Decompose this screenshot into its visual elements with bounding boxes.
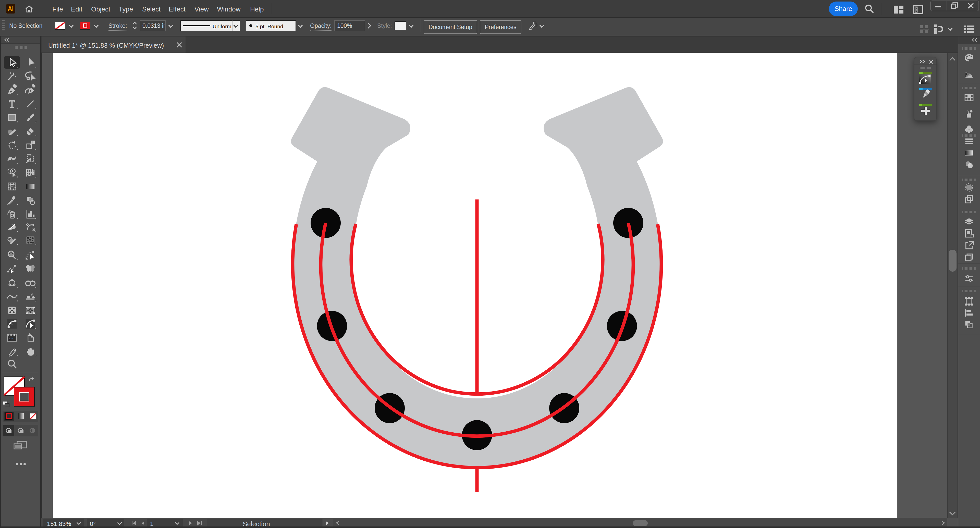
svg-text:1 2: 1 2: [9, 338, 13, 341]
